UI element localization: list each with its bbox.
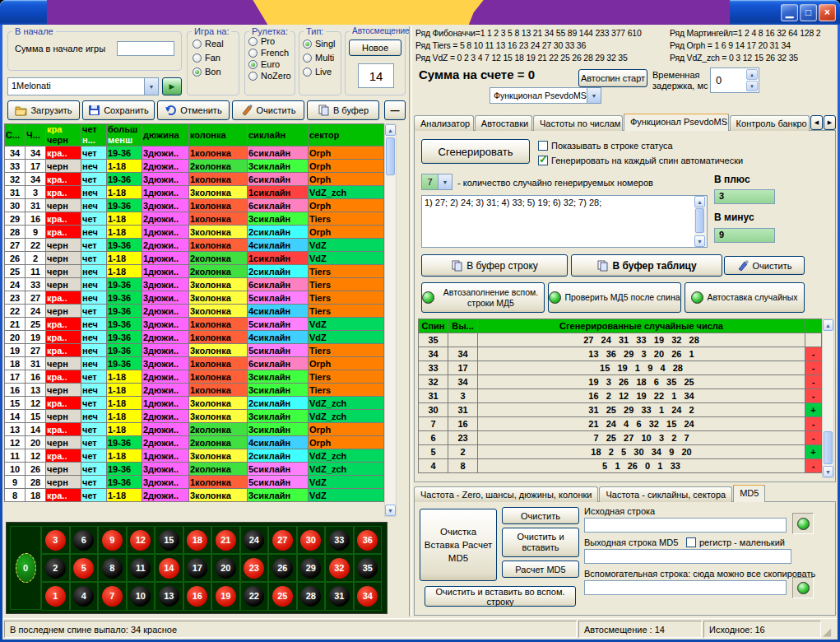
- board-cell-11[interactable]: 11: [127, 554, 155, 582]
- board-cell-33[interactable]: 33: [325, 526, 354, 554]
- radio-pro[interactable]: Pro: [248, 36, 295, 46]
- spin-up-icon[interactable]: ▲: [746, 69, 758, 80]
- board-cell-4[interactable]: 4: [70, 582, 99, 610]
- board-cell-9[interactable]: 9: [98, 526, 127, 554]
- copy-table-button[interactable]: В буфер таблицу: [571, 254, 722, 277]
- md5-clear-button[interactable]: Очистить: [502, 507, 579, 524]
- board-cell-20[interactable]: 20: [211, 554, 240, 582]
- load-button[interactable]: Загрузить: [7, 100, 80, 120]
- clear-history-button[interactable]: Очистить: [232, 100, 304, 120]
- md5-calc-button[interactable]: Расчет MD5: [502, 561, 579, 578]
- board-cell-30[interactable]: 30: [297, 526, 326, 554]
- md5-clear-paste-button[interactable]: Очистить и вставить: [502, 528, 579, 557]
- main-tab[interactable]: Функционал PsevdoMS: [624, 114, 729, 131]
- scroll-up-icon[interactable]: ▲: [823, 319, 833, 331]
- resize-grip[interactable]: ◢: [823, 621, 836, 638]
- radio-fan[interactable]: Fan: [193, 53, 239, 63]
- copy-row-button[interactable]: В буфер строку: [421, 254, 568, 277]
- board-cell-15[interactable]: 15: [155, 526, 183, 554]
- lowercase-checkbox[interactable]: регистр - маленький: [686, 537, 785, 547]
- board-cell-17[interactable]: 17: [183, 554, 212, 582]
- autobet-button[interactable]: Автоставка случайных: [685, 282, 805, 313]
- board-cell-19[interactable]: 19: [211, 582, 240, 610]
- board-cell-31[interactable]: 31: [325, 582, 354, 610]
- board-cell-28[interactable]: 28: [297, 582, 326, 610]
- radio-real[interactable]: Real: [193, 39, 239, 49]
- radio-singl[interactable]: Singl: [303, 39, 341, 49]
- md5-source-go-button[interactable]: [792, 513, 814, 534]
- new-button[interactable]: Новое: [349, 40, 401, 56]
- chevron-down-icon[interactable]: ▼: [144, 78, 158, 95]
- autogen-checkbox[interactable]: Генерировать на каждый спин автоматическ…: [538, 156, 743, 165]
- board-cell-22[interactable]: 22: [240, 582, 269, 610]
- scrollbar-thumb[interactable]: [824, 431, 833, 464]
- generate-button[interactable]: Сгенерировать: [421, 139, 530, 164]
- board-cell-1[interactable]: 1: [41, 582, 70, 610]
- board-cell-zero[interactable]: 0: [10, 526, 41, 610]
- frequency-tab[interactable]: Частота - Zero, шансы, дюжины, колонки: [414, 486, 598, 502]
- spin-down-icon[interactable]: ▼: [746, 81, 758, 91]
- delay-spinner[interactable]: 0 ▲ ▼: [710, 67, 759, 93]
- board-cell-34[interactable]: 34: [354, 582, 383, 610]
- generated-numbers-textarea[interactable]: 1) 27; 2) 24; 3) 31; 4) 33; 5) 19; 6) 32…: [421, 195, 708, 248]
- board-cell-6[interactable]: 6: [70, 526, 99, 554]
- board-cell-26[interactable]: 26: [268, 554, 297, 582]
- board-cell-16[interactable]: 16: [183, 582, 212, 610]
- preset-combobox[interactable]: 1Melonati ▼: [7, 77, 159, 95]
- board-cell-7[interactable]: 7: [98, 582, 127, 610]
- maximize-button[interactable]: □: [800, 4, 817, 21]
- main-tab[interactable]: Частоты по числам: [533, 115, 623, 131]
- board-cell-23[interactable]: 23: [240, 554, 269, 582]
- start-sum-input[interactable]: [117, 41, 174, 56]
- board-cell-12[interactable]: 12: [127, 526, 155, 554]
- radio-live[interactable]: Live: [303, 67, 341, 77]
- board-cell-35[interactable]: 35: [354, 554, 383, 582]
- board-cell-24[interactable]: 24: [240, 526, 269, 554]
- main-tab[interactable]: Анализатор: [414, 115, 474, 131]
- scroll-down-icon[interactable]: ▼: [694, 235, 705, 247]
- undo-button[interactable]: Отменить: [157, 100, 230, 120]
- md5-all-in-one-button[interactable]: Очистка Вставка Расчет MD5: [420, 509, 497, 581]
- radio-multi[interactable]: Multi: [303, 53, 341, 63]
- scroll-down-icon[interactable]: ▼: [385, 505, 396, 516]
- history-scrollbar[interactable]: ▲ ▼: [384, 123, 397, 517]
- play-button[interactable]: ▶: [162, 77, 182, 95]
- board-cell-2[interactable]: 2: [41, 554, 70, 582]
- titlebar[interactable]: HelperRoullet 5.6- create helperroullet@…: [0, 0, 840, 25]
- board-cell-21[interactable]: 21: [211, 526, 240, 554]
- check-md5-button[interactable]: Проверить МД5 после спина: [548, 282, 681, 313]
- helper-string-input[interactable]: [584, 580, 787, 595]
- frequency-tab[interactable]: MD5: [733, 485, 765, 502]
- autofill-md5-button[interactable]: Автозаполнение вспом. строки МД5: [421, 282, 545, 313]
- board-cell-14[interactable]: 14: [155, 554, 183, 582]
- tab-scroll-right-icon[interactable]: ▶: [824, 115, 836, 130]
- tab-scroll-left-icon[interactable]: ◀: [810, 115, 823, 130]
- show-status-checkbox[interactable]: Показывать в строке статуса: [538, 141, 673, 151]
- output-string-input[interactable]: [584, 549, 791, 564]
- autospin-start-button[interactable]: Автоспин старт: [578, 69, 647, 87]
- minimize-button[interactable]: ▁: [781, 4, 798, 21]
- function-combobox[interactable]: Функционал PsevdoMS ▼: [490, 87, 601, 104]
- radio-euro[interactable]: Euro: [248, 59, 295, 69]
- scrollbar-thumb[interactable]: [695, 208, 704, 233]
- frequency-tab[interactable]: Частота - сиклайны, сектора: [599, 486, 732, 502]
- chevron-down-icon[interactable]: ▼: [587, 88, 601, 103]
- board-cell-10[interactable]: 10: [127, 582, 155, 610]
- main-tab[interactable]: Контроль банкро: [730, 115, 810, 131]
- count-combobox[interactable]: 7 ▼: [421, 174, 452, 190]
- board-cell-13[interactable]: 13: [155, 582, 183, 610]
- board-cell-18[interactable]: 18: [183, 526, 212, 554]
- board-cell-29[interactable]: 29: [297, 554, 326, 582]
- board-cell-25[interactable]: 25: [268, 582, 297, 610]
- textarea-scrollbar[interactable]: ▲ ▼: [694, 196, 707, 247]
- board-cell-3[interactable]: 3: [41, 526, 70, 554]
- close-button[interactable]: ×: [819, 4, 836, 21]
- scroll-up-icon[interactable]: ▲: [694, 196, 705, 207]
- source-string-input[interactable]: [584, 518, 787, 533]
- md5-helper-go-button[interactable]: [792, 577, 814, 598]
- clear-generated-button[interactable]: Очистить: [724, 256, 805, 275]
- scroll-up-icon[interactable]: ▲: [385, 124, 396, 136]
- save-button[interactable]: Сохранить: [82, 100, 155, 120]
- scroll-down-icon[interactable]: ▼: [823, 466, 833, 477]
- board-cell-8[interactable]: 8: [98, 554, 127, 582]
